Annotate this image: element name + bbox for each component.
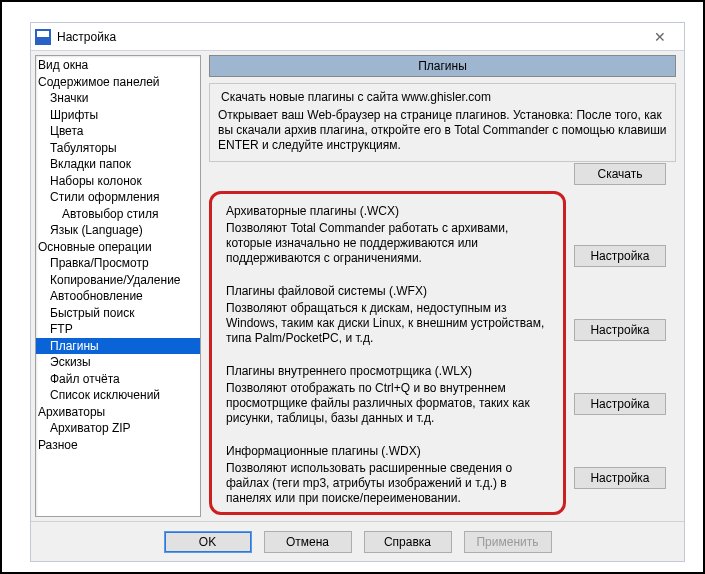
download-button[interactable]: Скачать [574, 163, 666, 185]
dialog-footer: OK Отмена Справка Применить [31, 521, 684, 561]
configure-wdx-button[interactable]: Настройка [574, 467, 666, 489]
tree-item[interactable]: Автовыбор стиля [36, 206, 200, 223]
tree-item[interactable]: Значки [36, 90, 200, 107]
tree-item[interactable]: Эскизы [36, 354, 200, 371]
tree-item[interactable]: Плагины [36, 338, 200, 355]
ok-button[interactable]: OK [164, 531, 252, 553]
tree-item[interactable]: Стили оформления [36, 189, 200, 206]
download-desc: Открывает ваш Web-браузер на странице пл… [218, 108, 667, 153]
wlx-section: Плагины внутреннего просмотрщика (.WLX) … [226, 364, 549, 426]
tree-item[interactable]: Шрифты [36, 107, 200, 124]
tree-item[interactable]: Правка/Просмотр [36, 255, 200, 272]
tree-item[interactable]: Быстрый поиск [36, 305, 200, 322]
cancel-button[interactable]: Отмена [264, 531, 352, 553]
wlx-desc: Позволяют отображать по Ctrl+Q и во внут… [226, 381, 549, 426]
download-caption: Скачать новые плагины с сайта www.ghisle… [218, 90, 494, 104]
page-title: Плагины [209, 55, 676, 77]
tree-item[interactable]: Вкладки папок [36, 156, 200, 173]
configure-wcx-button[interactable]: Настройка [574, 245, 666, 267]
tree-item[interactable]: Основные операции [36, 239, 200, 256]
wdx-title: Информационные плагины (.WDX) [226, 444, 549, 459]
tree-item[interactable]: Табуляторы [36, 140, 200, 157]
settings-dialog: Настройка ✕ Вид окнаСодержимое панелейЗн… [30, 22, 685, 562]
tree-item[interactable]: Содержимое панелей [36, 74, 200, 91]
tree-item[interactable]: Архиваторы [36, 404, 200, 421]
settings-tree[interactable]: Вид окнаСодержимое панелейЗначкиШрифтыЦв… [35, 55, 201, 517]
configure-wlx-button[interactable]: Настройка [574, 393, 666, 415]
wlx-title: Плагины внутреннего просмотрщика (.WLX) [226, 364, 549, 379]
settings-page: Плагины Скачать новые плагины с сайта ww… [209, 55, 676, 517]
wdx-section: Информационные плагины (.WDX) Позволяют … [226, 444, 549, 506]
titlebar: Настройка ✕ [31, 23, 684, 51]
tree-item[interactable]: Язык (Language) [36, 222, 200, 239]
apply-button[interactable]: Применить [464, 531, 552, 553]
wfx-desc: Позволяют обращаться к дискам, недоступн… [226, 301, 549, 346]
app-icon [35, 29, 51, 45]
tree-item[interactable]: Копирование/Удаление [36, 272, 200, 289]
tree-item[interactable]: Список исключений [36, 387, 200, 404]
wcx-title: Архиваторные плагины (.WCX) [226, 204, 549, 219]
help-button[interactable]: Справка [364, 531, 452, 553]
close-button[interactable]: ✕ [640, 23, 680, 50]
tree-item[interactable]: FTP [36, 321, 200, 338]
wfx-title: Плагины файловой системы (.WFX) [226, 284, 549, 299]
download-group: Скачать новые плагины с сайта www.ghisle… [209, 83, 676, 162]
tree-item[interactable]: Автообновление [36, 288, 200, 305]
wdx-desc: Позволяют использовать расширенные сведе… [226, 461, 549, 506]
wfx-section: Плагины файловой системы (.WFX) Позволяю… [226, 284, 549, 346]
tree-item[interactable]: Цвета [36, 123, 200, 140]
wcx-desc: Позволяют Total Commander работать с арх… [226, 221, 549, 266]
tree-item[interactable]: Разное [36, 437, 200, 454]
tree-item[interactable]: Вид окна [36, 57, 200, 74]
window-title: Настройка [57, 30, 116, 44]
wcx-section: Архиваторные плагины (.WCX) Позволяют To… [226, 204, 549, 266]
highlight-annotation: Архиваторные плагины (.WCX) Позволяют To… [209, 191, 566, 515]
configure-wfx-button[interactable]: Настройка [574, 319, 666, 341]
tree-item[interactable]: Наборы колонок [36, 173, 200, 190]
tree-item[interactable]: Архиватор ZIP [36, 420, 200, 437]
tree-item[interactable]: Файл отчёта [36, 371, 200, 388]
